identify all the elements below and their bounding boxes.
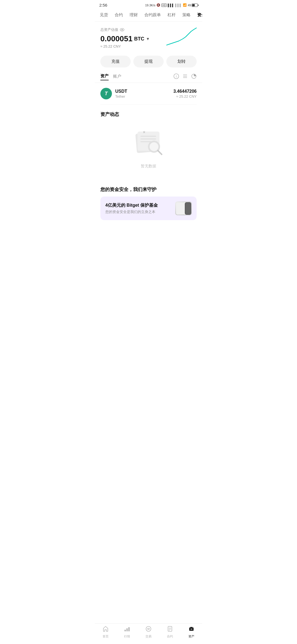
nav-spot[interactable]: 见货 <box>97 11 111 19</box>
nav-finance[interactable]: 理财 <box>127 11 141 19</box>
asset-list: T USDT Tether 3.46447206 ≈ 25.22 CNY <box>95 83 202 105</box>
nav-leverage[interactable]: 杠杆 <box>165 11 178 19</box>
nav-funds[interactable]: 资金 <box>194 11 202 19</box>
tab-assets[interactable]: 资产 <box>100 73 109 80</box>
coin-cny: ≈ 25.22 CNY <box>173 94 197 99</box>
signal-mute-icon: 🔇 <box>156 3 160 7</box>
currency-dropdown[interactable]: ▼ <box>146 37 150 41</box>
pie-icon[interactable] <box>191 73 197 80</box>
asset-header: 总资产估值 0.000051 BTC ▼ ≈ 25.22 CNY <box>95 22 202 51</box>
nav-contract[interactable]: 合约 <box>112 11 126 19</box>
svg-text:×: × <box>143 130 145 134</box>
asset-tabs: 资产 账户 i <box>95 70 202 83</box>
empty-text: 暂无数据 <box>141 164 156 169</box>
coin-fullname: Tether <box>115 94 173 99</box>
svg-rect-19 <box>185 203 191 214</box>
status-bar: 2:56 19.3K/s 🔇 HD ▌▌▌ ▌▌▌ 📶 49 <box>95 0 202 9</box>
top-nav: 见货 合约 理财 合约跟单 杠杆 策略 资金 <box>95 9 202 22</box>
tab-account[interactable]: 账户 <box>113 74 121 80</box>
status-time: 2:56 <box>99 3 107 7</box>
asset-unit: BTC <box>134 36 144 42</box>
withdraw-button[interactable]: 提现 <box>133 56 164 67</box>
empty-illustration: × <box>129 127 168 160</box>
hd-badge: HD <box>161 4 167 7</box>
coin-value: 3.46447206 <box>173 89 197 94</box>
security-section: 您的资金安全，我们来守护 4亿美元的 Bitget 保护基金 您的资金安全是我们… <box>95 180 202 225</box>
svg-text:i: i <box>176 75 177 78</box>
security-card-sub: 您的资金安全是我们的立身之本 <box>105 209 158 214</box>
mini-chart <box>166 27 197 47</box>
security-title: 您的资金安全，我们来守护 <box>100 186 197 193</box>
action-buttons: 充值 提现 划转 <box>95 51 202 70</box>
coin-symbol: USDT <box>115 89 173 94</box>
security-card[interactable]: 4亿美元的 Bitget 保护基金 您的资金安全是我们的立身之本 <box>100 197 197 220</box>
transfer-button[interactable]: 划转 <box>166 56 197 67</box>
empty-state: × 暂无数据 <box>95 122 202 180</box>
nav-contract-follow[interactable]: 合约跟单 <box>142 11 164 19</box>
battery-icon <box>192 4 198 7</box>
wifi-icon: 📶 <box>183 3 187 7</box>
svg-line-15 <box>158 151 162 154</box>
activity-title: 资产动态 <box>95 105 202 122</box>
eye-icon[interactable] <box>120 28 124 32</box>
coin-amount: 3.46447206 ≈ 25.22 CNY <box>173 89 197 99</box>
usdt-icon: T <box>100 88 112 99</box>
battery-indicator: 49 <box>188 4 198 7</box>
asset-item-usdt[interactable]: T USDT Tether 3.46447206 ≈ 25.22 CNY <box>100 83 197 105</box>
nav-strategy[interactable]: 策略 <box>180 11 193 19</box>
signal-icon-2: ▌▌▌ <box>175 4 182 7</box>
security-card-image <box>175 201 192 215</box>
svg-point-14 <box>150 142 158 151</box>
signal-icon: ▌▌▌ <box>168 4 174 7</box>
tab-icons: i <box>174 73 197 80</box>
security-card-main: 4亿美元的 Bitget 保护基金 <box>105 203 158 208</box>
security-card-info: 4亿美元的 Bitget 保护基金 您的资金安全是我们的立身之本 <box>105 203 158 214</box>
list-icon[interactable] <box>182 73 188 80</box>
deposit-button[interactable]: 充值 <box>100 56 131 67</box>
info-icon[interactable]: i <box>174 73 179 80</box>
network-speed: 19.3K/s <box>145 4 155 7</box>
status-icons: 19.3K/s 🔇 HD ▌▌▌ ▌▌▌ 📶 49 <box>145 3 198 7</box>
activity-section: 资产动态 × 暂无数据 <box>95 105 202 180</box>
svg-point-1 <box>122 29 123 30</box>
coin-info-usdt: USDT Tether <box>115 89 173 99</box>
